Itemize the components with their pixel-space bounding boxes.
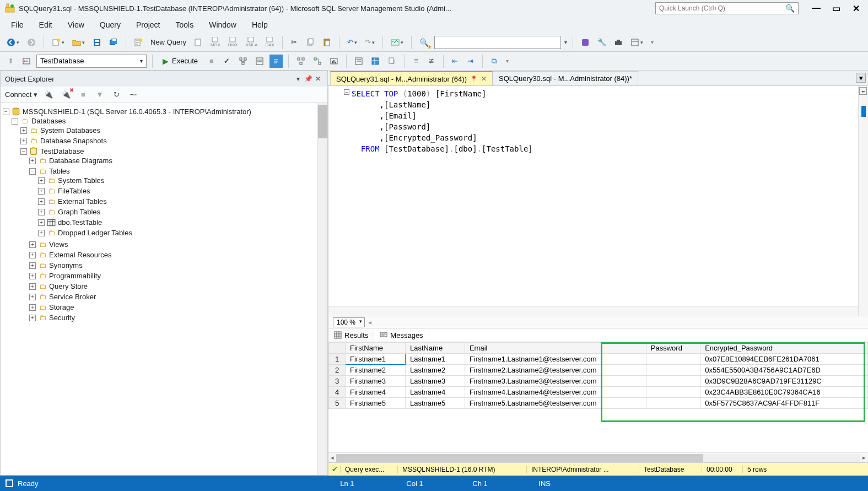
col-lastname[interactable]: LastName bbox=[405, 343, 465, 354]
results-to-text-button[interactable] bbox=[352, 55, 365, 68]
cell-email[interactable]: Firstname1.Lastname1@testserver.com bbox=[465, 354, 646, 365]
cell-encrypted-password[interactable]: 0x3D9C9B28A6C9AD719FE31129C bbox=[700, 376, 868, 387]
intellisense-button[interactable] bbox=[269, 55, 283, 68]
tree-collapse-icon[interactable]: − bbox=[20, 148, 27, 155]
grid-hscrollbar[interactable]: ◂ ▸ bbox=[328, 452, 868, 462]
results-to-grid-button[interactable] bbox=[369, 55, 382, 68]
tree-database-snapshots[interactable]: Database Snapshots bbox=[40, 137, 107, 145]
tree-views[interactable]: Views bbox=[49, 240, 68, 249]
table-row[interactable]: 3 Firstname3 Lastname3 Firstname3.Lastna… bbox=[329, 376, 868, 387]
connect-plug-icon[interactable]: 🔌 bbox=[42, 88, 55, 101]
uncomment-button[interactable]: ≢ bbox=[425, 55, 438, 68]
tab-pin-icon[interactable]: 📍 bbox=[470, 75, 478, 83]
menu-help[interactable]: Help bbox=[245, 18, 274, 31]
tree-expand-icon[interactable]: + bbox=[38, 177, 45, 184]
search-input[interactable] bbox=[434, 36, 561, 49]
increase-indent-button[interactable]: ⇥ bbox=[465, 55, 477, 68]
split-view-icon[interactable]: ↔ bbox=[859, 87, 867, 95]
table-row[interactable]: 1 Firstname1 Lastname1 Firstname1.Lastna… bbox=[329, 354, 868, 365]
query-options-button[interactable] bbox=[253, 55, 266, 68]
wrench-button[interactable]: 🔧 bbox=[595, 36, 608, 49]
tree-expand-icon[interactable]: + bbox=[20, 127, 27, 134]
cell-password[interactable] bbox=[646, 365, 700, 376]
row-number[interactable]: 1 bbox=[329, 354, 346, 365]
tree-expand-icon[interactable]: + bbox=[38, 188, 45, 195]
tree-synonyms[interactable]: Synonyms bbox=[49, 261, 83, 269]
tree-file-tables[interactable]: FileTables bbox=[58, 187, 90, 195]
maximize-button[interactable]: ▭ bbox=[828, 2, 844, 14]
grid-corner[interactable] bbox=[329, 343, 346, 354]
available-databases-icon[interactable] bbox=[20, 55, 33, 68]
disconnect-icon[interactable]: 🔌✖ bbox=[60, 88, 73, 101]
copy-button[interactable] bbox=[304, 36, 317, 49]
tree-expand-icon[interactable]: + bbox=[20, 138, 27, 144]
scroll-right-icon[interactable]: ▸ bbox=[862, 454, 866, 461]
change-connection-button[interactable]: ⬍ bbox=[4, 55, 17, 68]
tree-expand-icon[interactable]: + bbox=[38, 219, 45, 226]
cell-firstname[interactable]: Firstname1 bbox=[346, 354, 406, 365]
paste-button[interactable] bbox=[320, 36, 333, 49]
cell-password[interactable] bbox=[646, 376, 700, 387]
menu-query[interactable]: Query bbox=[93, 18, 127, 31]
client-stats-button[interactable] bbox=[327, 55, 341, 68]
zoom-selector[interactable]: 100 % bbox=[333, 317, 365, 327]
tree-external-tables[interactable]: External Tables bbox=[58, 197, 107, 206]
cell-firstname[interactable]: Firstname5 bbox=[346, 398, 406, 409]
database-selector[interactable]: TestDatabase bbox=[36, 55, 147, 68]
minimize-button[interactable]: — bbox=[808, 2, 824, 14]
refresh-icon[interactable]: ↻ bbox=[110, 88, 122, 101]
results-to-file-button[interactable] bbox=[385, 55, 398, 68]
new-item-button[interactable]: ▾ bbox=[50, 36, 67, 49]
decrease-indent-button[interactable]: ⇤ bbox=[449, 55, 461, 68]
tab-sqlquery30[interactable]: SQLQuery30.sql - M...Administrator (84))… bbox=[493, 71, 638, 85]
tree-expand-icon[interactable]: + bbox=[29, 158, 36, 164]
new-query-button[interactable] bbox=[132, 36, 145, 49]
tree-system-tables[interactable]: System Tables bbox=[58, 176, 104, 185]
tree-db-diagrams[interactable]: Database Diagrams bbox=[49, 157, 112, 165]
menu-file[interactable]: File bbox=[4, 18, 30, 31]
toolbox-button[interactable] bbox=[612, 36, 625, 49]
cut-button[interactable]: ✂ bbox=[288, 36, 300, 49]
menu-project[interactable]: Project bbox=[130, 18, 167, 31]
cell-lastname[interactable]: Lastname1 bbox=[405, 354, 465, 365]
quick-launch-input[interactable] bbox=[659, 4, 785, 12]
cell-encrypted-password[interactable]: 0x23C4ABB3E8610E0C79364CA16 bbox=[700, 387, 868, 398]
tree-scrollbar[interactable] bbox=[317, 103, 327, 475]
tree-tables[interactable]: Tables bbox=[49, 167, 70, 175]
display-plan-button[interactable] bbox=[236, 55, 250, 68]
tree-expand-icon[interactable]: + bbox=[38, 209, 45, 215]
tree-external-resources[interactable]: External Resources bbox=[49, 251, 111, 259]
specify-values-button[interactable]: ⧉ bbox=[488, 55, 500, 68]
tab-sqlquery31[interactable]: SQLQuery31.sql - M...Administrator (64))… bbox=[330, 71, 493, 85]
row-number[interactable]: 3 bbox=[329, 376, 346, 387]
redo-button[interactable]: ↷▾ bbox=[363, 36, 377, 49]
row-number[interactable]: 4 bbox=[329, 387, 346, 398]
tree-databases[interactable]: Databases bbox=[31, 117, 66, 125]
col-encrypted-password[interactable]: Encrypted_Password bbox=[700, 343, 868, 354]
filter-icon[interactable]: ▼ bbox=[94, 88, 106, 101]
activity-monitor-button[interactable]: ▾ bbox=[389, 36, 406, 49]
connect-label[interactable]: Connect ▾ bbox=[5, 90, 37, 99]
cell-email[interactable]: Firstname4.Lastname4@testserver.com bbox=[465, 387, 646, 398]
tree-dbo-testtable[interactable]: dbo.TestTable bbox=[58, 218, 102, 226]
results-grid[interactable]: FirstName LastName Email Password Encryp… bbox=[328, 342, 868, 452]
messages-tab[interactable]: Messages bbox=[374, 330, 429, 341]
tree-expand-icon[interactable]: + bbox=[38, 198, 45, 205]
cell-lastname[interactable]: Lastname5 bbox=[405, 398, 465, 409]
cell-encrypted-password[interactable]: 0x5F5775C8637AC9AF4FFDF811F bbox=[700, 398, 868, 409]
menu-view[interactable]: View bbox=[61, 18, 91, 31]
tree-system-databases[interactable]: System Databases bbox=[40, 126, 100, 134]
execute-button[interactable]: ▶Execute bbox=[158, 55, 202, 68]
tree-query-store[interactable]: Query Store bbox=[49, 282, 88, 290]
tree-service-broker[interactable]: Service Broker bbox=[49, 293, 96, 301]
menu-tools[interactable]: Tools bbox=[169, 18, 200, 31]
cell-password[interactable] bbox=[646, 387, 700, 398]
code-fold-icon[interactable]: − bbox=[344, 89, 349, 95]
query-dax-button[interactable]: DAX bbox=[263, 36, 276, 49]
tree-graph-tables[interactable]: Graph Tables bbox=[58, 208, 100, 216]
stop-button[interactable]: ■ bbox=[206, 55, 218, 68]
save-button[interactable] bbox=[90, 36, 104, 49]
cell-email[interactable]: Firstname5.Lastname5@testserver.com bbox=[465, 398, 646, 409]
tree-collapse-icon[interactable]: − bbox=[12, 118, 18, 125]
col-firstname[interactable]: FirstName bbox=[346, 343, 406, 354]
